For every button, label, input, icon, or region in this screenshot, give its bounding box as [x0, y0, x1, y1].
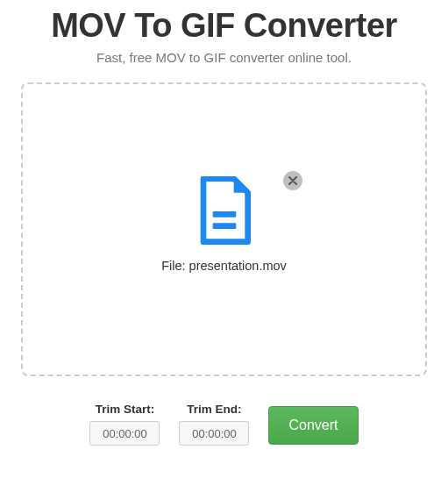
- svg-rect-0: [212, 211, 236, 218]
- file-name: presentation.mov: [189, 259, 287, 273]
- svg-rect-1: [212, 223, 236, 229]
- trim-start-input[interactable]: [89, 421, 160, 446]
- close-icon: [288, 176, 297, 185]
- converter-panel: MOV To GIF Converter Fast, free MOV to G…: [0, 7, 448, 446]
- remove-file-button[interactable]: [283, 171, 302, 190]
- file-dropzone[interactable]: File: presentation.mov: [21, 82, 427, 376]
- trim-start-field: Trim Start:: [89, 403, 160, 446]
- file-prefix: File:: [161, 259, 188, 273]
- controls-row: Trim Start: Trim End: Convert: [18, 403, 430, 446]
- file-name-label: File: presentation.mov: [161, 259, 287, 273]
- trim-end-input[interactable]: [179, 421, 249, 446]
- uploaded-file: File: presentation.mov: [161, 176, 287, 273]
- trim-end-label: Trim End:: [187, 403, 241, 416]
- page-subtitle: Fast, free MOV to GIF converter online t…: [18, 50, 430, 65]
- trim-end-field: Trim End:: [179, 403, 249, 446]
- convert-button[interactable]: Convert: [268, 406, 358, 445]
- file-icon: [196, 176, 252, 246]
- page-title: MOV To GIF Converter: [18, 7, 430, 45]
- trim-start-label: Trim Start:: [96, 403, 155, 416]
